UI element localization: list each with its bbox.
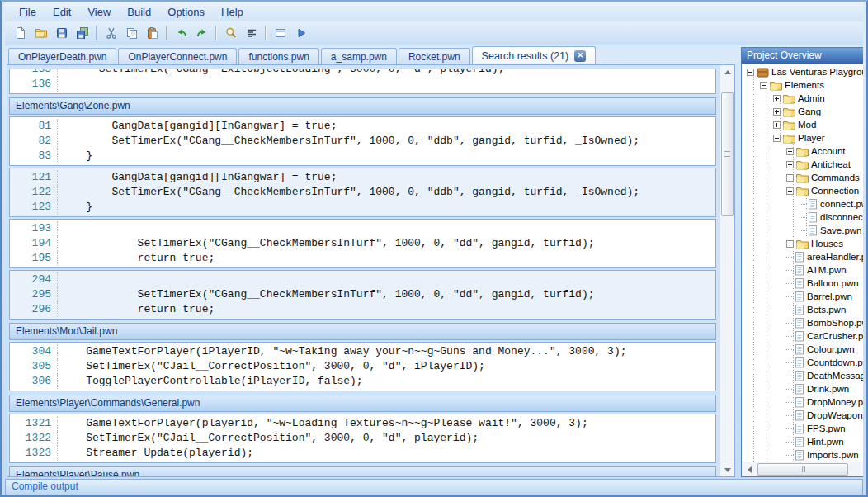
result-code-line[interactable]: 135 SetTimerEx("CGang__ExitObjectLoading…: [10, 69, 715, 77]
result-code-line[interactable]: 123 }: [10, 200, 715, 215]
expand-plus-icon[interactable]: [786, 174, 794, 182]
code-text: TogglePlayerControllable(iPlayerID, fals…: [58, 374, 363, 389]
collapse-minus-icon[interactable]: [760, 82, 767, 89]
menu-item-edit[interactable]: Edit: [45, 3, 78, 21]
collapse-minus-icon[interactable]: [747, 69, 754, 76]
pwn-file-icon: [795, 383, 804, 395]
tree-item-anticheat[interactable]: Anticheat: [743, 158, 863, 171]
tree-item-connect-pwn[interactable]: connect.pwn: [743, 197, 863, 211]
tree-item-las-venturas-playground[interactable]: Las Venturas Playground: [743, 65, 863, 78]
horizontal-scrollbar-thumb[interactable]: [757, 463, 848, 476]
scroll-up-arrow-icon[interactable]: [720, 65, 734, 78]
result-code-line[interactable]: 306 TogglePlayerControllable(iPlayerID, …: [10, 374, 715, 389]
expand-plus-icon[interactable]: [773, 95, 781, 102]
tab-close-icon[interactable]: ✕: [574, 50, 586, 62]
paste-icon[interactable]: [142, 24, 163, 43]
undo-icon[interactable]: [171, 24, 191, 43]
tree-item-commands[interactable]: Commands: [743, 171, 863, 184]
tree-item-houses[interactable]: Houses: [743, 237, 863, 250]
result-code-line[interactable]: 83 }: [10, 149, 715, 163]
panel-splitter[interactable]: [735, 47, 741, 477]
menu-item-options[interactable]: Options: [160, 3, 212, 21]
menu-item-help[interactable]: Help: [214, 3, 251, 21]
redo-icon[interactable]: [191, 24, 212, 43]
tab-functions-pwn[interactable]: functions.pwn: [238, 48, 318, 64]
tree-item-dropmoney-pwn[interactable]: DropMoney.pwn: [743, 395, 863, 409]
tab-rocket-pwn[interactable]: Rocket.pwn: [399, 48, 470, 64]
expand-plus-icon[interactable]: [773, 108, 781, 116]
result-code-line[interactable]: 1322 SetTimerEx("CJail__CorrectPosition"…: [10, 431, 715, 446]
save-file-icon[interactable]: [51, 24, 72, 43]
collapse-minus-icon[interactable]: [786, 187, 794, 195]
result-code-line[interactable]: 294: [10, 272, 715, 287]
tab-a-samp-pwn[interactable]: a_samp.pwn: [321, 48, 397, 64]
tree-item-dropweapons-pwn[interactable]: DropWeapons.pwn: [743, 409, 863, 422]
tree-item-hint-pwn[interactable]: Hint.pwn: [743, 435, 863, 448]
vertical-scrollbar-thumb[interactable]: [721, 92, 734, 216]
tree-item-countdown-pwn[interactable]: Countdown.pwn: [743, 356, 863, 369]
tree-item-drink-pwn[interactable]: Drink.pwn: [743, 382, 863, 395]
result-code-line[interactable]: 1323 Streamer_Update(playerid);: [10, 446, 715, 461]
code-text: SetTimerEx("CGang__ExitObjectLoading", 3…: [58, 69, 504, 77]
tree-item-connection[interactable]: Connection: [743, 184, 863, 197]
scroll-down-arrow-icon[interactable]: [720, 463, 734, 476]
menu-item-file[interactable]: File: [12, 3, 44, 21]
save-all-icon[interactable]: [72, 24, 92, 43]
result-code-line[interactable]: 296 return true;: [10, 302, 715, 317]
tree-item-disconnect-pwn[interactable]: disconnect.pwn: [743, 211, 863, 224]
tree-item-areahandler-pwn[interactable]: areaHandler.pwn: [743, 250, 863, 263]
tree-item-save-pwn[interactable]: Save.pwn: [743, 224, 863, 237]
expand-plus-icon[interactable]: [773, 121, 781, 129]
tree-horizontal-scrollbar[interactable]: [742, 462, 863, 476]
result-code-line[interactable]: 1321 GameTextForPlayer(playerid, "~w~Loa…: [10, 416, 715, 431]
open-file-icon[interactable]: [31, 24, 51, 43]
pwn-file-icon: [795, 330, 804, 342]
tree-item-atm-pwn[interactable]: ATM.pwn: [743, 263, 863, 277]
tree-item-player[interactable]: Player: [743, 131, 863, 144]
menu-item-build[interactable]: Build: [120, 3, 158, 21]
expand-plus-icon[interactable]: [786, 161, 794, 168]
result-code-line[interactable]: 304 GameTextForPlayer(iPlayerID, "~w~Tak…: [10, 344, 715, 359]
tree-item-barrel-pwn[interactable]: Barrel.pwn: [743, 290, 863, 303]
tree-item-bets-pwn[interactable]: Bets.pwn: [743, 303, 863, 316]
result-code-line[interactable]: 122 SetTimerEx("CGang__CheckMembersInTur…: [10, 185, 715, 200]
tree-item-colour-pwn[interactable]: Colour.pwn: [743, 343, 863, 356]
tree-item-bombshop-pwn[interactable]: BombShop.pwn: [743, 316, 863, 329]
result-code-line[interactable]: 193: [10, 221, 715, 236]
tree-item-carcrusher-pwn[interactable]: CarCrusher.pwn: [743, 329, 863, 343]
tree-item-admin[interactable]: Admin: [743, 92, 863, 105]
result-code-line[interactable]: 305 SetTimerEx("CJail__CorrectPosition",…: [10, 359, 715, 374]
expand-plus-icon[interactable]: [786, 148, 794, 155]
tree-item-deathmessage-pwn[interactable]: DeathMessage.pwn: [743, 369, 863, 382]
cut-icon[interactable]: [101, 24, 121, 43]
tab-onplayerconnect-pwn[interactable]: OnPlayerConnect.pwn: [118, 48, 237, 64]
result-code-line[interactable]: 195 return true;: [10, 251, 715, 266]
collapse-minus-icon[interactable]: [773, 135, 781, 142]
result-code-line[interactable]: 136: [10, 77, 715, 92]
tree-item-elements[interactable]: Elements: [743, 78, 863, 92]
vertical-scrollbar[interactable]: [719, 65, 734, 476]
result-code-line[interactable]: 295 SetTimerEx("CGang__CheckMembersInTur…: [10, 287, 715, 302]
expand-plus-icon[interactable]: [786, 240, 794, 248]
result-code-line[interactable]: 194 SetTimerEx("CGang__CheckMembersInTur…: [10, 236, 715, 251]
copy-icon[interactable]: [121, 24, 142, 43]
output-window-icon[interactable]: [270, 24, 290, 43]
tree-item-account[interactable]: Account: [743, 144, 863, 158]
result-code-line[interactable]: 82 SetTimerEx("CGang__CheckMembersInTurf…: [10, 134, 715, 149]
new-file-icon[interactable]: [10, 24, 31, 43]
tree-item-balloon-pwn[interactable]: Balloon.pwn: [743, 277, 863, 290]
goto-line-icon[interactable]: [241, 24, 262, 43]
scroll-left-arrow-icon[interactable]: [743, 462, 755, 476]
tree-item-label: Mod: [798, 120, 816, 130]
tab-search-results-21[interactable]: Search results (21)✕: [472, 46, 597, 64]
result-code-line[interactable]: 121 GangData[gangid][InGangwar] = true;: [10, 170, 715, 185]
tree-item-gang[interactable]: Gang: [743, 105, 863, 118]
search-icon[interactable]: [220, 24, 241, 43]
tree-item-mod[interactable]: Mod: [743, 118, 863, 131]
tree-item-imports-pwn[interactable]: Imports.pwn: [743, 448, 863, 462]
tab-onplayerdeath-pwn[interactable]: OnPlayerDeath.pwn: [8, 48, 116, 64]
run-icon[interactable]: [290, 24, 311, 43]
tree-item-fps-pwn[interactable]: FPS.pwn: [743, 422, 863, 435]
result-code-line[interactable]: 81 GangData[gangid][InGangwar] = true;: [10, 119, 715, 134]
menu-item-view[interactable]: View: [80, 3, 118, 21]
